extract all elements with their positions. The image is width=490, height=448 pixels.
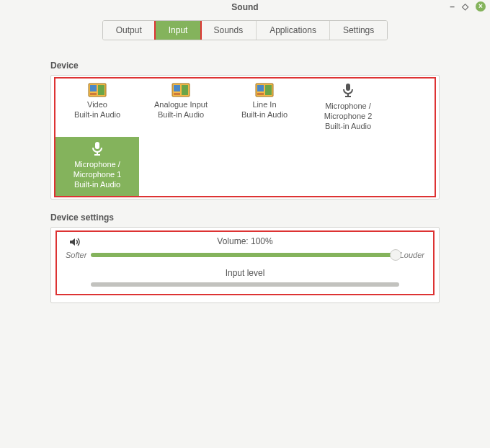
tab-input[interactable]: Input xyxy=(154,20,202,40)
svg-rect-12 xyxy=(346,84,350,91)
input-level-label: Input level xyxy=(66,268,424,278)
svg-rect-11 xyxy=(257,93,264,95)
window-title: Sound xyxy=(231,2,258,12)
tab-applications[interactable]: Applications xyxy=(257,21,330,40)
device-analogue[interactable]: Analogue Input Built-in Audio xyxy=(139,79,223,137)
svg-rect-3 xyxy=(90,93,97,95)
louder-label: Louder xyxy=(400,251,424,259)
device-settings-label: Device settings xyxy=(50,212,440,223)
minimize-button[interactable]: – xyxy=(450,1,455,12)
device-video[interactable]: Video Built-in Audio xyxy=(55,79,139,137)
volume-icon xyxy=(68,236,80,250)
softer-label: Softer xyxy=(66,251,86,259)
svg-rect-9 xyxy=(257,85,264,91)
tabs-row: Output Input Sounds Applications Setting… xyxy=(0,20,490,40)
device-panel: Video Built-in Audio Analogue Input Buil… xyxy=(50,75,440,200)
device-grid: Video Built-in Audio Analogue Input Buil… xyxy=(54,77,436,197)
window-controls: – ◇ × xyxy=(450,1,486,12)
device-name-line3: Built-in Audio xyxy=(308,122,388,132)
device-name-line2: Microphone 2 xyxy=(308,112,388,122)
audio-card-icon xyxy=(255,83,274,97)
volume-slider[interactable] xyxy=(91,253,395,257)
title-bar: Sound – ◇ × xyxy=(0,0,490,14)
audio-card-icon xyxy=(88,83,107,97)
device-section-label: Device xyxy=(50,61,440,71)
device-mic2[interactable]: Microphone / Microphone 2 Built-in Audio xyxy=(306,79,390,137)
volume-row: Volume: 100% xyxy=(66,236,424,246)
device-name-line1: Microphone / xyxy=(308,102,388,112)
svg-rect-15 xyxy=(95,142,99,149)
tabs: Output Input Sounds Applications Setting… xyxy=(102,20,388,40)
device-name-line3: Built-in Audio xyxy=(57,180,138,190)
settings-panel: Volume: 100% Softer Louder Input level xyxy=(50,227,440,303)
device-name-line2: Microphone 1 xyxy=(57,170,138,180)
svg-rect-7 xyxy=(174,93,180,95)
maximize-button[interactable]: ◇ xyxy=(462,1,468,12)
content: Device Video Built-in Audio xyxy=(0,40,490,303)
input-level-meter xyxy=(91,282,399,287)
settings-highlight: Volume: 100% Softer Louder Input level xyxy=(55,230,435,295)
device-linein[interactable]: Line In Built-in Audio xyxy=(223,79,306,137)
audio-card-icon xyxy=(172,83,190,97)
svg-rect-1 xyxy=(90,85,97,91)
svg-rect-6 xyxy=(182,85,188,95)
device-name-line1: Analogue Input xyxy=(141,100,221,110)
svg-rect-2 xyxy=(98,85,104,95)
device-name-line1: Line In xyxy=(224,100,305,110)
device-name-line1: Microphone / xyxy=(57,160,138,170)
svg-rect-5 xyxy=(174,85,180,91)
close-button[interactable]: × xyxy=(476,1,486,12)
tab-settings[interactable]: Settings xyxy=(330,21,387,40)
volume-slider-thumb[interactable] xyxy=(390,249,401,261)
microphone-icon xyxy=(90,141,104,157)
device-name-line1: Video xyxy=(57,100,138,110)
device-mic1[interactable]: Microphone / Microphone 1 Built-in Audio xyxy=(55,137,139,195)
volume-label: Volume: 100% xyxy=(217,236,272,246)
volume-slider-row: Softer Louder xyxy=(66,251,424,259)
tab-output[interactable]: Output xyxy=(103,21,156,40)
device-name-line2: Built-in Audio xyxy=(57,110,138,120)
tab-sounds[interactable]: Sounds xyxy=(200,21,257,40)
svg-rect-10 xyxy=(265,85,272,95)
device-name-line2: Built-in Audio xyxy=(224,110,305,120)
device-name-line2: Built-in Audio xyxy=(141,110,221,120)
microphone-icon xyxy=(341,83,355,99)
